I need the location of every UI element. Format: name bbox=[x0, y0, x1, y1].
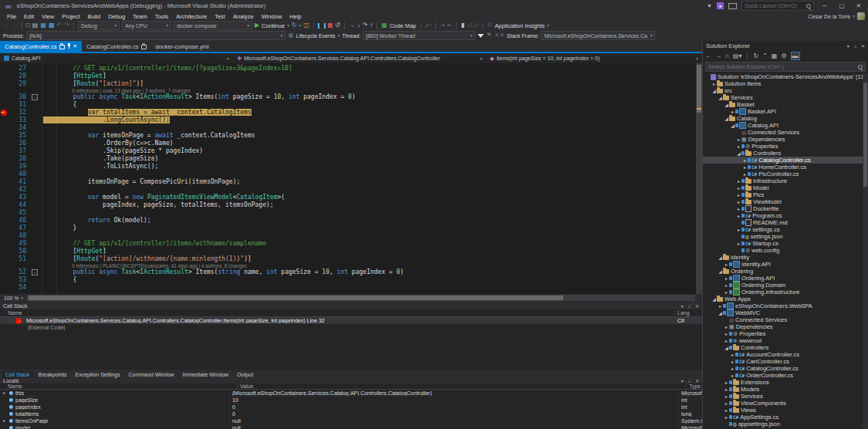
close-icon[interactable]: ✕ bbox=[695, 378, 699, 383]
outlining-margin[interactable] bbox=[31, 80, 39, 88]
close-icon[interactable]: ✕ bbox=[695, 303, 699, 309]
expanded-arrow-icon[interactable]: ◢ bbox=[724, 345, 729, 350]
tree-item[interactable]: ◢WebMVC bbox=[703, 309, 868, 316]
nav-back-icon[interactable]: ← bbox=[705, 52, 711, 59]
tree-item[interactable]: ◢src bbox=[703, 87, 868, 94]
navigate-backward-icon[interactable]: ⤺ bbox=[425, 22, 432, 29]
nav-back-icon[interactable]: ← bbox=[3, 22, 9, 29]
breakpoint-margin[interactable] bbox=[0, 124, 8, 132]
call-stack-col-name[interactable]: Name bbox=[0, 310, 674, 316]
code-line[interactable]: 41 itemsOnPage = ComposePicUri(itemsOnPa… bbox=[0, 178, 702, 186]
locals-row[interactable]: totalItems0long bbox=[0, 410, 702, 417]
new-file-icon[interactable]: □ bbox=[26, 22, 30, 29]
panel-tab-call-stack[interactable]: Call Stack bbox=[2, 371, 34, 378]
solution-platform-dropdown[interactable]: Any CPU▾ bbox=[122, 21, 171, 30]
undo-icon[interactable]: ↶ bbox=[57, 22, 62, 29]
expanded-arrow-icon[interactable]: ◢ bbox=[736, 150, 741, 156]
code-line[interactable]: 35 var itemsOnPage = await _context.Cata… bbox=[0, 132, 702, 140]
locals-col-value[interactable]: Value bbox=[238, 383, 687, 389]
filter-threads-icon[interactable] bbox=[478, 34, 484, 38]
application-insights-button[interactable]: Application Insights bbox=[495, 22, 545, 29]
outlining-margin[interactable]: - bbox=[31, 269, 39, 276]
code-line[interactable]: 40 bbox=[0, 171, 702, 178]
expanded-arrow-icon[interactable]: ◢ bbox=[718, 269, 723, 274]
breakpoint-margin[interactable]: → bbox=[0, 109, 8, 117]
refresh-icon[interactable]: ↻ bbox=[753, 52, 758, 59]
tree-item[interactable]: ▸Solution Items bbox=[703, 80, 868, 87]
outlining-margin[interactable] bbox=[31, 284, 39, 292]
minimize-button[interactable]: ─ bbox=[819, 2, 831, 9]
outlining-margin[interactable] bbox=[31, 147, 39, 155]
menu-file[interactable]: File bbox=[3, 13, 20, 20]
collapsed-arrow-icon[interactable]: ▸ bbox=[736, 144, 741, 149]
tree-item[interactable]: README.md bbox=[703, 219, 868, 226]
tree-item[interactable]: {}settings.json bbox=[703, 233, 868, 240]
pin-icon[interactable]: ⊥ bbox=[687, 303, 691, 309]
tree-item[interactable]: ◢Catalog bbox=[703, 115, 868, 122]
outlining-margin[interactable] bbox=[31, 209, 39, 217]
locals-row[interactable]: ▸itemsOnPagenullSystem.C bbox=[0, 417, 702, 424]
collapsed-arrow-icon[interactable]: ▸ bbox=[736, 213, 741, 218]
outlining-margin[interactable] bbox=[31, 217, 39, 225]
collapsed-arrow-icon[interactable]: ▸ bbox=[736, 206, 741, 211]
outlining-margin[interactable] bbox=[31, 186, 39, 194]
breakpoint-margin[interactable] bbox=[0, 269, 8, 276]
collapse-region-icon[interactable]: - bbox=[32, 94, 38, 100]
feedback-filter-icon[interactable]: ▼ bbox=[707, 3, 712, 8]
breakpoint-margin[interactable] bbox=[0, 93, 8, 101]
outlining-margin[interactable] bbox=[31, 255, 39, 263]
zoom-dropdown[interactable]: 100 %▾ bbox=[0, 296, 27, 301]
call-stack-frame[interactable]: →Microsoft.eShopOnContainers.Services.Ca… bbox=[0, 317, 702, 324]
call-stack-col-lang[interactable]: Lang bbox=[674, 310, 702, 316]
expanded-arrow-icon[interactable]: ◢ bbox=[730, 123, 735, 128]
menu-edit[interactable]: Edit bbox=[20, 13, 38, 20]
locals-col-name[interactable]: Name bbox=[0, 383, 238, 389]
restart-debugging-icon[interactable]: ↺ bbox=[335, 22, 340, 29]
panel-tab-output[interactable]: Output bbox=[233, 371, 257, 378]
locals-row[interactable]: ▸this{Microsoft.eShopOnContainers.Servic… bbox=[0, 390, 702, 397]
tree-item[interactable]: ▸C#CatalogController.cs bbox=[703, 365, 868, 372]
breakpoint-margin[interactable] bbox=[0, 194, 8, 201]
continue-button[interactable]: Continue bbox=[262, 22, 285, 29]
sync-with-active-document-icon[interactable]: ▬ bbox=[791, 52, 800, 60]
tree-item[interactable]: ◢Basket bbox=[703, 101, 868, 108]
outlining-margin[interactable] bbox=[31, 117, 39, 124]
tree-item[interactable]: ◢Identity bbox=[703, 254, 868, 261]
outlining-margin[interactable] bbox=[31, 225, 39, 232]
tree-item[interactable]: ▸eShopOnContainers.WebSPA bbox=[703, 302, 868, 309]
restart-icon[interactable]: ↻ bbox=[292, 22, 297, 29]
outlining-margin[interactable] bbox=[31, 140, 39, 147]
code-line[interactable]: 47 } bbox=[0, 225, 702, 232]
code-line[interactable]: 30- public async Task<IActionResult> Ite… bbox=[0, 93, 702, 101]
tree-item[interactable]: ▸⚙Properties bbox=[703, 330, 868, 337]
collapsed-arrow-icon[interactable]: ▸ bbox=[724, 324, 729, 329]
tree-item[interactable]: ▸Services bbox=[703, 393, 868, 400]
outlining-margin[interactable] bbox=[31, 101, 39, 109]
code-line[interactable]: 27 // GET api/v1/[controller]/items/[?pa… bbox=[0, 65, 702, 73]
navbar-member-dropdown[interactable]: ◆ Items(int pageSize = 10, int pageIndex… bbox=[486, 53, 702, 63]
outlining-margin[interactable] bbox=[31, 163, 39, 171]
stop-debugging-icon[interactable] bbox=[328, 23, 333, 28]
collapsed-arrow-icon[interactable]: ▸ bbox=[730, 373, 735, 378]
tree-item[interactable]: Solution 'eShopOnContainers-ServicesAndW… bbox=[703, 73, 868, 80]
tree-item[interactable]: ▸C#AppSettings.cs bbox=[703, 414, 868, 421]
solution-search-input[interactable] bbox=[706, 64, 857, 69]
outlining-margin[interactable] bbox=[31, 73, 39, 80]
breakpoint-margin[interactable] bbox=[0, 178, 8, 186]
solution-explorer-scrollbar[interactable] bbox=[863, 73, 868, 429]
collapsed-arrow-icon[interactable]: ▸ bbox=[736, 241, 741, 246]
collapsed-arrow-icon[interactable]: ▸ bbox=[736, 137, 741, 142]
code-line[interactable]: 36 .OrderBy(c=>c.Name) bbox=[0, 140, 702, 147]
outlining-margin[interactable]: - bbox=[31, 93, 39, 101]
collapse-all-icon[interactable]: ⌃ bbox=[762, 52, 768, 59]
code-line[interactable]: 46 return Ok(model); bbox=[0, 217, 702, 225]
tree-item[interactable]: ▸Ordering.Domain bbox=[703, 282, 868, 289]
tree-item[interactable]: ▸Views bbox=[703, 407, 868, 414]
locals-row[interactable]: pageSize10int bbox=[0, 397, 702, 404]
code-line[interactable]: 50 [HttpGet] bbox=[0, 248, 702, 255]
open-file-icon[interactable]: ▤ bbox=[32, 22, 39, 29]
collapse-region-icon[interactable]: - bbox=[32, 269, 38, 275]
outlining-margin[interactable] bbox=[31, 276, 39, 284]
collapsed-arrow-icon[interactable]: ▸ bbox=[724, 387, 729, 392]
close-icon[interactable]: ✕ bbox=[73, 43, 77, 49]
